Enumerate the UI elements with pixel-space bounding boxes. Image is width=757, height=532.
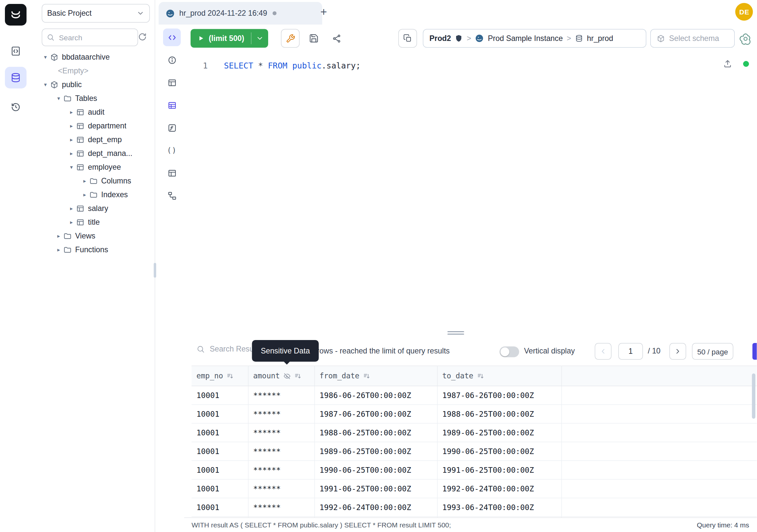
editor-tool-table[interactable] [163,74,181,91]
vertical-display-toggle[interactable] [500,347,519,358]
caret-right-icon[interactable]: ▸ [68,219,75,225]
cell[interactable]: 1989-06-25T00:00:00Z [437,423,561,442]
cell[interactable]: 1992-06-24T00:00:00Z [437,479,561,498]
run-options-button[interactable] [252,29,268,48]
tree-item-bbdataarchive[interactable]: ▾bbdataarchive [32,50,155,64]
tree-item-columns[interactable]: ▸Columns [32,174,155,188]
project-select[interactable]: Basic Project [42,4,150,23]
share-button[interactable] [327,29,346,48]
caret-right-icon[interactable]: ▸ [68,122,75,129]
caret-down-icon[interactable]: ▾ [42,54,49,60]
caret-down-icon[interactable]: ▾ [68,164,75,170]
tab-worksheet[interactable]: hr_prod 2024-11-22 16:49 [159,2,322,24]
tree-item-title[interactable]: ▸title [32,215,155,229]
panel-resize-handle[interactable] [448,330,464,335]
copy-button[interactable] [399,29,417,48]
cell[interactable]: 1990-06-25T00:00:00Z [437,442,561,460]
save-button[interactable] [305,29,323,48]
cell[interactable]: 10001 [192,498,248,516]
page-number-input[interactable] [619,343,643,360]
cell[interactable]: 10001 [192,423,248,442]
cell[interactable]: 1991-06-25T00:00:00Z [437,460,561,479]
cell[interactable]: 10001 [192,460,248,479]
prev-page-button[interactable] [595,343,612,360]
cell[interactable]: 1989-06-25T00:00:00Z [314,442,437,460]
editor-tool-code[interactable] [163,28,181,46]
tree-item-functions[interactable]: ▸Functions [32,243,155,257]
cell[interactable]: 1990-06-25T00:00:00Z [314,460,437,479]
caret-right-icon[interactable]: ▸ [68,205,75,212]
caret-down-icon[interactable]: ▾ [55,95,63,102]
rail-item-database[interactable] [5,67,26,88]
cell[interactable]: ****** [248,479,315,498]
folder-icon [89,176,98,185]
cell[interactable]: 10001 [192,479,248,498]
schema-select[interactable]: Select schema [651,29,735,48]
cell[interactable]: 1992-06-24T00:00:00Z [314,498,437,516]
schema-icon [657,34,665,43]
caret-right-icon[interactable]: ▸ [68,109,75,115]
rail-item-history[interactable] [5,96,26,118]
cell[interactable]: ****** [248,460,315,479]
column-header-to_date[interactable]: to_date [437,366,561,386]
tree-item-department[interactable]: ▸department [32,119,155,133]
caret-right-icon[interactable]: ▸ [55,246,63,253]
code-line-row: 1 SELECT * FROM public.salary; [184,52,757,72]
editor-tool-parentheses[interactable]: () [163,141,181,159]
sidebar-search-input[interactable] [58,33,133,42]
tree-item-dept-mana[interactable]: ▸dept_mana... [32,146,155,160]
caret-right-icon[interactable]: ▸ [81,191,89,198]
editor-tool-table-data[interactable] [163,96,181,114]
tree-item-public[interactable]: ▾public [32,78,155,91]
connection-breadcrumb[interactable]: Prod2 > Prod Sample Instance > hr_prod [423,29,647,48]
column-header-from_date[interactable]: from_date [314,366,437,386]
editor-tool-function[interactable] [163,119,181,137]
cell[interactable]: 1988-06-25T00:00:00Z [314,423,437,442]
cell[interactable]: ****** [248,423,315,442]
next-page-button[interactable] [670,343,686,360]
cell[interactable]: 1988-06-25T00:00:00Z [437,405,561,423]
tree-item-salary[interactable]: ▸salary [32,202,155,215]
cell[interactable]: ****** [248,498,315,516]
caret-right-icon[interactable]: ▸ [55,233,63,239]
tree-item-employee[interactable]: ▾employee [32,160,155,174]
app-logo[interactable] [5,4,26,25]
tree-item-audit[interactable]: ▸audit [32,105,155,119]
caret-right-icon[interactable]: ▸ [68,150,75,157]
upload-icon[interactable] [723,59,733,69]
new-tab-button[interactable]: + [317,5,331,19]
editor-tool-er-diagram[interactable] [163,187,181,204]
cell[interactable]: 1993-06-24T00:00:00Z [437,498,561,516]
editor-tool-table[interactable] [163,164,181,182]
cell[interactable]: 10001 [192,386,248,405]
refresh-button[interactable] [135,29,150,44]
sql-editor[interactable]: 1 SELECT * FROM public.salary; [184,52,757,330]
column-header-amount[interactable]: amount [248,366,315,386]
cell[interactable]: 10001 [192,442,248,460]
caret-right-icon[interactable]: ▸ [68,136,75,143]
admin-mode-button[interactable] [281,29,300,48]
rail-item-worksheet[interactable] [5,40,26,62]
column-header-emp_no[interactable]: emp_no [192,366,248,386]
tree-item-indexes[interactable]: ▸Indexes [32,188,155,202]
page-size-select[interactable]: 50 / page [692,343,733,360]
cell[interactable]: ****** [248,442,315,460]
tree-item-views[interactable]: ▸Views [32,229,155,243]
tree-item-dept-emp[interactable]: ▸dept_emp [32,133,155,146]
cell[interactable]: 1987-06-26T00:00:00Z [437,386,561,405]
results-scrollbar[interactable] [752,373,756,419]
cell[interactable]: ****** [248,405,315,423]
tree-item-tables[interactable]: ▾Tables [32,91,155,105]
cell[interactable]: 1991-06-25T00:00:00Z [314,479,437,498]
caret-right-icon[interactable]: ▸ [81,177,89,184]
collapsed-panel-button[interactable] [753,343,757,360]
cell[interactable]: 1986-06-26T00:00:00Z [314,386,437,405]
caret-down-icon[interactable]: ▾ [42,81,49,88]
cell[interactable]: 1987-06-26T00:00:00Z [314,405,437,423]
cell[interactable]: ****** [248,386,315,405]
tree-item-empty[interactable]: <Empty> [32,64,155,78]
ai-assistant-button[interactable] [738,31,753,46]
editor-tool-info[interactable] [163,51,181,69]
cell[interactable]: 10001 [192,405,248,423]
run-query-button[interactable]: (limit 500) [191,29,268,48]
